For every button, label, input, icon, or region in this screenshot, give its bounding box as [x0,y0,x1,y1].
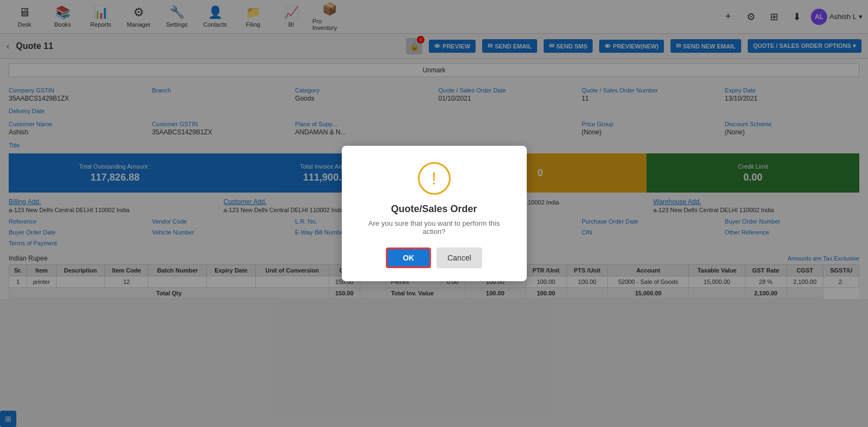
dialog-cancel-button[interactable]: Cancel [436,247,482,268]
dialog-message: Are you sure that you want to perform th… [358,219,510,236]
dialog-title: Quote/Sales Order [358,203,510,215]
dialog-ok-button[interactable]: OK [386,247,431,268]
dialog-overlay: ! Quote/Sales Order Are you sure that yo… [0,0,868,427]
warning-icon: ! [418,162,451,195]
confirmation-dialog: ! Quote/Sales Order Are you sure that yo… [342,146,527,281]
dialog-buttons: OK Cancel [358,247,510,268]
